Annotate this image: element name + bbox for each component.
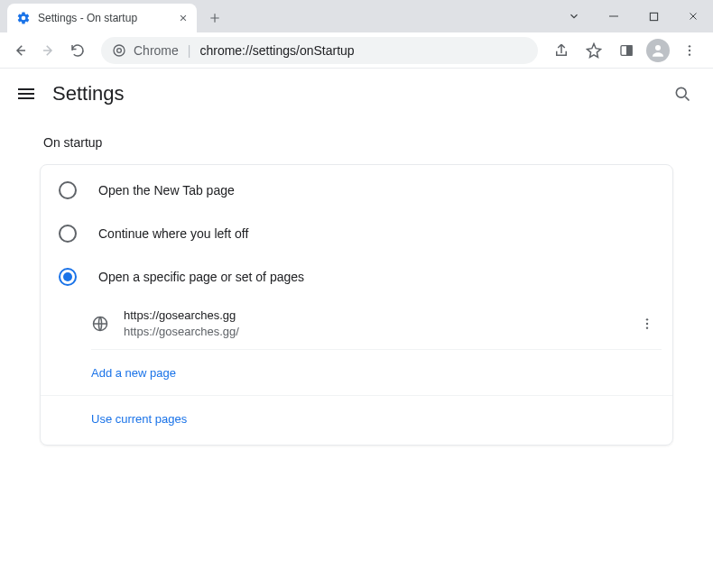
close-window-button[interactable] (673, 3, 713, 30)
page-text: https://gosearches.gg https://gosearches… (124, 308, 618, 340)
profile-avatar[interactable] (646, 39, 670, 62)
url-path: chrome://settings/onStartup (199, 43, 354, 58)
svg-point-9 (676, 87, 686, 97)
svg-point-2 (117, 48, 122, 52)
svg-point-11 (646, 318, 648, 320)
browser-tab[interactable]: Settings - On startup (7, 4, 197, 32)
startup-card: Open the New Tab page Continue where you… (40, 164, 673, 446)
section-title: On startup (43, 135, 673, 150)
close-icon[interactable] (179, 14, 188, 23)
tab-title: Settings - On startup (38, 12, 171, 24)
settings-header: Settings (0, 69, 713, 119)
svg-rect-4 (627, 45, 632, 55)
hamburger-icon[interactable] (18, 88, 34, 99)
startup-pages-list: https://gosearches.gg https://gosearches… (91, 299, 662, 350)
url-separator: | (188, 43, 191, 58)
reload-button[interactable] (65, 38, 90, 63)
address-bar[interactable]: Chrome | chrome://settings/onStartup (101, 37, 538, 64)
radio-option-continue[interactable]: Continue where you left off (41, 212, 672, 255)
svg-point-7 (689, 49, 690, 51)
radio-icon (59, 268, 77, 286)
svg-point-6 (689, 45, 690, 47)
search-icon[interactable] (670, 81, 695, 106)
svg-point-5 (655, 45, 661, 51)
forward-button[interactable] (36, 38, 61, 63)
radio-option-specific[interactable]: Open a specific page or set of pages (41, 255, 672, 299)
settings-content: On startup Open the New Tab page Continu… (0, 135, 713, 446)
globe-icon (91, 315, 109, 333)
gear-icon (16, 11, 31, 25)
kebab-menu-icon[interactable] (677, 38, 702, 63)
toolbar-actions (549, 38, 706, 63)
page-url-text: https://gosearches.gg/ (124, 324, 618, 340)
use-current-link[interactable]: Use current pages (91, 412, 187, 426)
more-actions-icon[interactable] (633, 309, 662, 338)
svg-point-8 (689, 53, 690, 55)
page-title: Settings (52, 82, 125, 106)
chrome-logo-icon (112, 43, 126, 58)
startup-page-row: https://gosearches.gg https://gosearches… (91, 299, 662, 350)
svg-point-12 (646, 323, 648, 325)
radio-label: Continue where you left off (98, 226, 248, 241)
svg-point-13 (646, 327, 648, 329)
share-icon[interactable] (549, 38, 574, 63)
sidepanel-icon[interactable] (614, 38, 639, 63)
radio-option-newtab[interactable]: Open the New Tab page (41, 169, 672, 212)
add-page-link[interactable]: Add a new page (91, 366, 176, 380)
radio-icon (59, 181, 77, 199)
window-controls (554, 0, 713, 32)
maximize-button[interactable] (634, 3, 673, 30)
page-title-text: https://gosearches.gg (124, 308, 618, 324)
back-button[interactable] (7, 38, 32, 63)
svg-point-1 (114, 45, 125, 56)
new-tab-button[interactable] (202, 5, 227, 31)
url-prefix: Chrome (134, 43, 179, 58)
use-current-row: Use current pages (41, 396, 672, 441)
browser-toolbar: Chrome | chrome://settings/onStartup (0, 32, 713, 69)
bookmark-icon[interactable] (581, 38, 607, 63)
radio-label: Open a specific page or set of pages (98, 270, 304, 284)
window-titlebar: Settings - On startup (0, 0, 713, 32)
radio-label: Open the New Tab page (98, 183, 235, 198)
svg-rect-0 (650, 13, 657, 20)
chevron-down-icon[interactable] (554, 3, 594, 30)
add-page-row: Add a new page (41, 350, 672, 396)
minimize-button[interactable] (594, 3, 634, 30)
radio-icon (59, 225, 77, 243)
